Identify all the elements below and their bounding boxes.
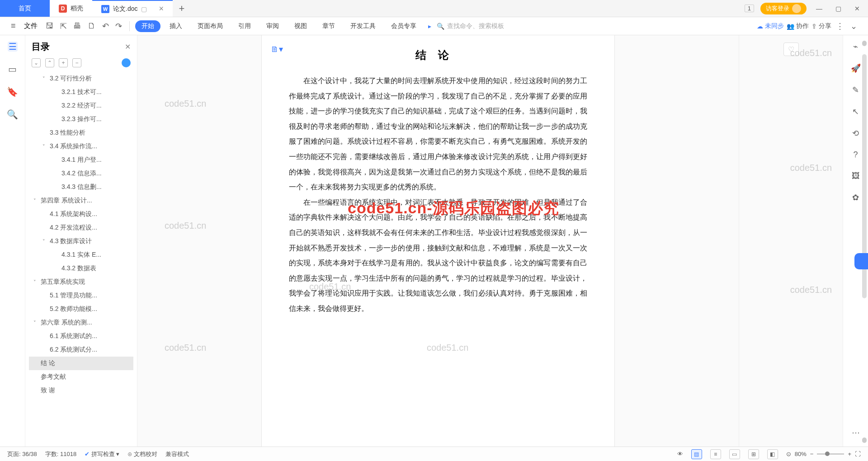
word-count[interactable]: 字数: 11018: [45, 450, 76, 458]
chevron-down-icon[interactable]: ˅: [33, 198, 39, 204]
window-close-icon[interactable]: ✕: [851, 2, 863, 15]
view-outline-icon[interactable]: ≡: [710, 449, 721, 459]
bookmark-icon[interactable]: 🔖: [8, 87, 18, 97]
settings-path-icon[interactable]: ⟲: [852, 128, 859, 138]
toc-item[interactable]: 致 谢: [29, 384, 133, 397]
outline-close-icon[interactable]: ✕: [125, 42, 131, 51]
toc-item[interactable]: ˅第五章系统实现: [29, 275, 133, 289]
menu-tab-start[interactable]: 开始: [135, 20, 160, 32]
menu-tab-view[interactable]: 视图: [288, 20, 313, 32]
tab-close-icon[interactable]: ×: [159, 4, 164, 14]
menu-tab-layout[interactable]: 页面布局: [191, 20, 229, 32]
zoom-in-icon[interactable]: +: [848, 451, 851, 457]
zoom-reset-icon[interactable]: ⊙: [786, 451, 791, 457]
side-tab[interactable]: [854, 253, 868, 269]
outline-list[interactable]: ˅3.2 可行性分析3.2.1 技术可...3.2.2 经济可...3.2.3 …: [25, 71, 137, 447]
toc-item[interactable]: 5.2 教师功能模...: [29, 302, 133, 316]
scroll-up-icon[interactable]: [862, 41, 867, 46]
chevron-down-icon[interactable]: ˅: [42, 144, 48, 150]
style-icon[interactable]: ⌁: [853, 42, 858, 52]
toc-item[interactable]: 4.1 系统架构设...: [29, 207, 133, 221]
view-web-icon[interactable]: ⊞: [748, 449, 759, 459]
zoom-control[interactable]: ⊙ 80% − + ⛶: [786, 451, 861, 457]
document-canvas[interactable]: 🗎▾ 结论 在这个设计中，我花了大量的时间去理解系统开发中使用的知识，经过这段时…: [137, 35, 739, 447]
save-icon[interactable]: 🖫: [44, 21, 56, 31]
page-insert-icon[interactable]: 🗎▾: [271, 44, 283, 54]
toc-item[interactable]: ˅3.2 可行性分析: [29, 72, 133, 85]
toc-item[interactable]: 6.1 系统测试的...: [29, 329, 133, 343]
kebab-icon[interactable]: ⋮: [834, 21, 846, 31]
menu-tab-review[interactable]: 审阅: [260, 20, 285, 32]
page-counter[interactable]: 页面: 36/38: [7, 450, 37, 458]
tab-document[interactable]: W 论文.doc ▢ ×: [92, 0, 173, 17]
collapse-ribbon-icon[interactable]: ⌄: [849, 21, 859, 31]
login-button[interactable]: 访客登录: [760, 3, 807, 14]
chevron-down-icon[interactable]: ˅: [42, 239, 48, 245]
toc-item[interactable]: 3.4.3 信息删...: [29, 180, 133, 194]
hamburger-icon[interactable]: ≡: [9, 21, 18, 31]
toc-item[interactable]: 3.4.2 信息添...: [29, 167, 133, 180]
scroll-down-icon[interactable]: [862, 437, 867, 443]
view-focus-icon[interactable]: ◧: [767, 449, 778, 459]
view-page-icon[interactable]: ▤: [691, 449, 702, 459]
favorite-icon[interactable]: ♡: [783, 42, 799, 56]
level-down-icon[interactable]: −: [72, 58, 81, 67]
outline-toggle-icon[interactable]: ☰: [8, 42, 18, 52]
view-read-icon[interactable]: ▭: [729, 449, 740, 459]
menu-file[interactable]: 文件: [20, 22, 41, 30]
preview-icon[interactable]: 🗋: [86, 21, 98, 31]
menu-tab-devtools[interactable]: 开发工具: [344, 20, 382, 32]
menu-tab-member[interactable]: 会员专享: [385, 20, 423, 32]
menu-tab-insert[interactable]: 插入: [163, 20, 189, 32]
window-maximize-icon[interactable]: ▢: [832, 2, 844, 15]
proofread-button[interactable]: ⊙ 文档校对: [127, 450, 157, 458]
zoom-out-icon[interactable]: −: [810, 451, 814, 457]
toc-item[interactable]: 5.1 管理员功能...: [29, 289, 133, 302]
toc-item[interactable]: 3.4.1 用户登...: [29, 153, 133, 167]
sync-status[interactable]: ☁未同步: [757, 22, 784, 30]
notify-counter[interactable]: 1: [745, 5, 754, 12]
menu-tab-reference[interactable]: 引用: [232, 20, 257, 32]
slides-icon[interactable]: ▭: [8, 64, 18, 74]
rocket-icon[interactable]: 🚀: [851, 63, 861, 73]
outline-settings-icon[interactable]: [122, 58, 131, 67]
toc-item[interactable]: 参考文献: [29, 370, 133, 384]
undo-icon[interactable]: ↶: [100, 21, 111, 31]
print-icon[interactable]: 🖶: [71, 21, 83, 31]
tools-icon[interactable]: ✿: [852, 193, 859, 202]
toc-item[interactable]: 3.2.3 操作可...: [29, 113, 133, 126]
toc-item[interactable]: 结 论: [29, 357, 133, 370]
edit-icon[interactable]: ✎: [852, 85, 859, 95]
menu-more-icon[interactable]: ▸: [425, 23, 434, 30]
share-button[interactable]: ⇪分享: [811, 22, 831, 30]
toc-item[interactable]: 3.2.2 经济可...: [29, 99, 133, 113]
chevron-down-icon[interactable]: ˅: [33, 279, 39, 285]
toc-item[interactable]: 4.2 开发流程设...: [29, 221, 133, 235]
help-icon[interactable]: ?: [853, 150, 858, 160]
toc-item[interactable]: ˅第四章 系统设计...: [29, 194, 133, 207]
tab-home[interactable]: 首页: [0, 0, 50, 17]
export-icon[interactable]: ⇱: [58, 21, 69, 31]
toc-item[interactable]: ˅第六章 系统的测...: [29, 316, 133, 329]
toc-item[interactable]: 4.3.2 数据表: [29, 262, 133, 275]
fullscreen-icon[interactable]: ⛶: [855, 451, 861, 457]
toc-item[interactable]: ˅4.3 数据库设计: [29, 235, 133, 248]
find-icon[interactable]: 🔍: [8, 109, 18, 119]
select-icon[interactable]: ↖: [852, 107, 859, 117]
collapse-all-icon[interactable]: ⌄: [32, 58, 41, 67]
toc-item[interactable]: 3.3 性能分析: [29, 126, 133, 140]
image-icon[interactable]: 🖼: [852, 171, 860, 181]
spell-check-button[interactable]: ✔ 拼写检查 ▾: [85, 450, 119, 458]
toc-item[interactable]: 6.2 系统测试分...: [29, 343, 133, 357]
tab-docer[interactable]: D 稻壳: [50, 0, 92, 17]
toc-item[interactable]: ˅3.4 系统操作流...: [29, 140, 133, 153]
collab-button[interactable]: 👥协作: [787, 22, 809, 30]
tab-add-button[interactable]: +: [173, 0, 191, 17]
menu-tab-section[interactable]: 章节: [316, 20, 341, 32]
toc-item[interactable]: 4.3.1 实体 E...: [29, 248, 133, 262]
tab-device-icon[interactable]: ▢: [141, 5, 147, 13]
level-up-icon[interactable]: +: [59, 58, 68, 67]
chevron-down-icon[interactable]: ˅: [42, 76, 48, 82]
chevron-down-icon[interactable]: ˅: [33, 320, 39, 326]
toc-item[interactable]: 3.2.1 技术可...: [29, 85, 133, 99]
